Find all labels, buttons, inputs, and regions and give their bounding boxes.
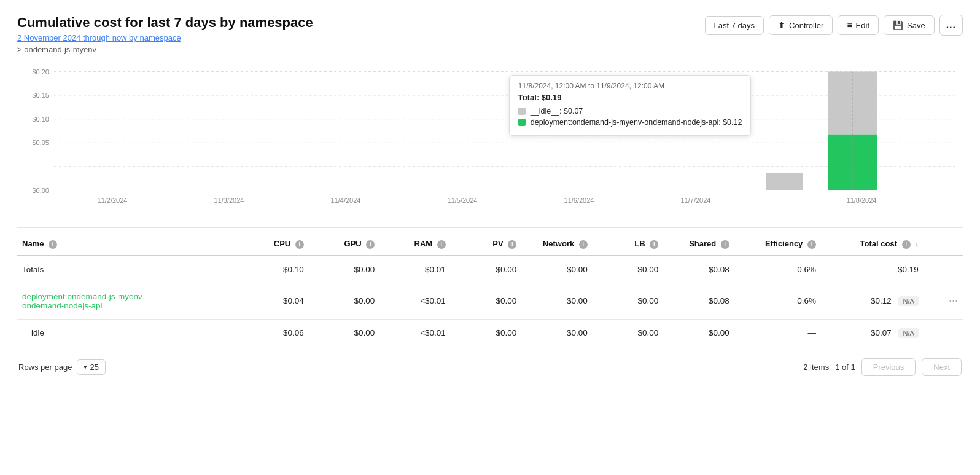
svg-text:11/6/2024: 11/6/2024 (564, 197, 594, 204)
pagination-right: 2 items 1 of 1 Previous Next (803, 358, 962, 376)
save-button[interactable]: 💾 Save (884, 15, 935, 35)
row2-badge: N/A (898, 328, 918, 338)
row2-shared: $0.00 (663, 319, 734, 347)
svg-rect-18 (766, 173, 803, 190)
save-icon: 💾 (893, 20, 903, 30)
row2-network: $0.00 (521, 319, 593, 347)
ram-info-icon[interactable]: i (437, 240, 446, 249)
col-header-totalcost[interactable]: Total cost i ↓ (821, 233, 924, 256)
efficiency-info-icon[interactable]: i (807, 240, 816, 249)
rows-per-page-label: Rows per page (18, 363, 72, 372)
svg-text:$0.20: $0.20 (32, 68, 49, 75)
rows-per-page-control: Rows per page ▾ 25 (18, 359, 106, 375)
gpu-info-icon[interactable]: i (366, 240, 375, 249)
time-range-button[interactable]: Last 7 days (705, 16, 764, 35)
svg-text:$0.15: $0.15 (32, 92, 49, 99)
row1-cpu: $0.04 (238, 283, 309, 319)
tooltip-item-1: deployment:ondemand-js-myenv-ondemand-no… (518, 118, 742, 127)
edit-icon: ≡ (847, 20, 852, 30)
chart-tooltip: 11/8/2024, 12:00 AM to 11/9/2024, 12:00 … (509, 75, 752, 136)
row1-network: $0.00 (521, 283, 593, 319)
save-label: Save (907, 21, 925, 30)
pagination: Rows per page ▾ 25 2 items 1 of 1 Previo… (17, 358, 963, 376)
totals-cpu: $0.10 (238, 256, 309, 283)
totals-ram: $0.01 (379, 256, 451, 283)
row2-pv: $0.00 (451, 319, 522, 347)
totals-name: Totals (17, 256, 238, 283)
row1-lb: $0.00 (593, 283, 664, 319)
more-options-button[interactable]: ... (939, 15, 963, 36)
lb-info-icon[interactable]: i (650, 240, 658, 249)
subtitle-link[interactable]: 2 November 2024 through now by namespace (17, 33, 313, 42)
chevron-down-icon: ▾ (84, 363, 87, 371)
row2-name: __idle__ (17, 319, 238, 347)
items-count: 2 items (803, 363, 829, 372)
previous-button[interactable]: Previous (861, 358, 916, 376)
header-actions: Last 7 days ⬆ Controller ≡ Edit 💾 Save .… (705, 15, 963, 36)
totals-shared: $0.08 (663, 256, 734, 283)
row2-cpu: $0.06 (238, 319, 309, 347)
time-range-label: Last 7 days (714, 21, 755, 30)
col-header-gpu: GPU i (309, 233, 380, 256)
col-header-cpu: CPU i (238, 233, 309, 256)
page-title: Cumulative cost for last 7 days by names… (17, 15, 313, 31)
network-info-icon[interactable]: i (579, 240, 588, 249)
totalcost-sort-icon: ↓ (915, 240, 919, 248)
pv-info-icon[interactable]: i (508, 240, 516, 249)
next-label: Next (933, 363, 950, 372)
controller-button[interactable]: ⬆ Controller (769, 15, 833, 35)
row2-lb: $0.00 (593, 319, 664, 347)
row1-menu[interactable]: ··· (924, 283, 963, 319)
name-info-icon[interactable]: i (49, 240, 57, 249)
breadcrumb: > ondemand-js-myenv (17, 45, 313, 54)
rows-per-page-select[interactable]: ▾ 25 (77, 359, 105, 375)
edit-button[interactable]: ≡ Edit (838, 15, 879, 35)
col-header-lb: LB i (593, 233, 664, 256)
chart-table-divider (17, 227, 963, 228)
svg-text:11/8/2024: 11/8/2024 (847, 197, 877, 204)
row1-ram: <$0.01 (379, 283, 451, 319)
totals-pv: $0.00 (451, 256, 522, 283)
tooltip-total: Total: $0.19 (518, 93, 742, 102)
chart-svg: $0.20 $0.15 $0.10 $0.05 $0.00 11/2/2024 … (17, 65, 963, 213)
controller-label: Controller (789, 21, 823, 30)
row2-efficiency: — (734, 319, 821, 347)
previous-label: Previous (873, 363, 904, 372)
col-header-network: Network i (521, 233, 593, 256)
totalcost-info-icon[interactable]: i (902, 240, 911, 249)
svg-text:11/4/2024: 11/4/2024 (331, 197, 361, 204)
totals-totalcost: $0.19 (821, 256, 924, 283)
row1-name-link[interactable]: deployment:ondemand-js-myenv-ondemand-no… (22, 292, 145, 310)
col-header-name: Name i (17, 233, 238, 256)
svg-text:11/3/2024: 11/3/2024 (214, 197, 244, 204)
totals-network: $0.00 (521, 256, 593, 283)
svg-text:11/5/2024: 11/5/2024 (448, 197, 478, 204)
row1-name: deployment:ondemand-js-myenv-ondemand-no… (17, 283, 238, 319)
tooltip-swatch-idle (518, 108, 526, 115)
totals-actions (924, 256, 963, 283)
table-row: __idle__ $0.06 $0.00 <$0.01 $0.00 $0.00 … (17, 319, 963, 347)
row1-menu-icon[interactable]: ··· (949, 294, 958, 307)
row1-gpu: $0.00 (309, 283, 380, 319)
cpu-info-icon[interactable]: i (295, 240, 304, 249)
col-header-ram: RAM i (379, 233, 451, 256)
edit-label: Edit (856, 21, 869, 30)
more-options-icon: ... (946, 20, 956, 31)
tooltip-label-idle: __idle__: $0.07 (531, 107, 583, 116)
svg-rect-20 (828, 135, 877, 190)
page-info: 1 of 1 (835, 363, 855, 372)
row1-shared: $0.08 (663, 283, 734, 319)
controller-icon: ⬆ (778, 20, 785, 30)
col-header-shared: Shared i (663, 233, 734, 256)
next-button[interactable]: Next (922, 358, 962, 376)
tooltip-swatch-deployment (518, 119, 526, 126)
row2-ram: <$0.01 (379, 319, 451, 347)
svg-text:$0.10: $0.10 (32, 116, 49, 123)
totals-row: Totals $0.10 $0.00 $0.01 $0.00 $0.00 $0.… (17, 256, 963, 283)
col-header-actions (924, 233, 963, 256)
shared-info-icon[interactable]: i (721, 240, 729, 249)
tooltip-label-deployment: deployment:ondemand-js-myenv-ondemand-no… (531, 118, 742, 127)
svg-text:$0.05: $0.05 (32, 139, 49, 146)
totals-gpu: $0.00 (309, 256, 380, 283)
tooltip-date: 11/8/2024, 12:00 AM to 11/9/2024, 12:00 … (518, 82, 742, 90)
